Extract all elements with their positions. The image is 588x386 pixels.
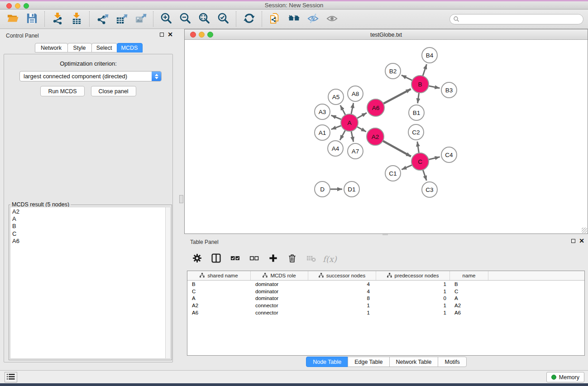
table-cell[interactable]: 4 [308, 289, 376, 294]
optimization-criterion-select[interactable]: largest connected component (directed) [19, 71, 162, 81]
table-cell[interactable]: B [450, 281, 488, 287]
table-cell[interactable]: dominator [251, 281, 308, 287]
tab-select[interactable]: Select [91, 43, 117, 52]
zoom-fit-button[interactable] [196, 11, 212, 27]
tab-edge-table[interactable]: Edge Table [348, 357, 389, 367]
table-row[interactable]: Adominator80A [187, 295, 584, 302]
graph-node-D[interactable]: D [315, 181, 330, 197]
table-cell[interactable]: C [187, 289, 251, 294]
graph-node-A2[interactable]: A2 [367, 128, 384, 145]
mcds-result-scrollbar[interactable] [165, 207, 171, 359]
mcds-result-item[interactable]: A [12, 215, 165, 223]
table-cell[interactable]: 1 [308, 303, 376, 308]
columns-button[interactable] [209, 252, 223, 266]
graph-node-B[interactable]: B [411, 76, 429, 93]
column-header-name[interactable]: name [450, 271, 488, 280]
graph-node-B3[interactable]: B3 [441, 82, 457, 98]
graph-node-C[interactable]: C [411, 153, 429, 170]
gear-button[interactable] [190, 252, 204, 266]
table-cell[interactable]: A [187, 295, 251, 301]
table-cell[interactable]: A6 [450, 310, 488, 315]
graph-node-C4[interactable]: C4 [441, 147, 457, 162]
table-cell[interactable]: connector [251, 310, 308, 315]
table-cell[interactable]: A [450, 295, 488, 301]
table-cell[interactable]: B [187, 281, 251, 287]
graph-node-A[interactable]: A [341, 114, 358, 131]
graph-node-A3[interactable]: A3 [315, 104, 330, 119]
mcds-result-item[interactable]: A6 [12, 238, 165, 245]
tab-node-table[interactable]: Node Table [306, 357, 348, 367]
vertical-splitter-grip[interactable] [179, 195, 183, 203]
unselect-all-button[interactable] [247, 252, 261, 266]
save-session-button[interactable] [24, 11, 40, 27]
table-cell[interactable]: A2 [187, 303, 251, 308]
table-cell[interactable]: dominator [251, 289, 308, 294]
table-panel-close-button[interactable]: ✕ [579, 238, 584, 243]
control-panel-float-button[interactable] [160, 33, 164, 37]
table-row[interactable]: A6connector11A6 [187, 309, 584, 316]
table-cell[interactable]: 0 [376, 295, 450, 301]
table-cell[interactable]: 8 [308, 295, 376, 301]
column-header-MCDS-role[interactable]: MCDS role [251, 271, 308, 280]
table-cell[interactable]: A6 [187, 310, 251, 315]
show-all-button[interactable] [324, 11, 340, 27]
tab-motifs[interactable]: Motifs [438, 357, 466, 367]
export-network-button[interactable] [94, 11, 110, 27]
graph-node-A8[interactable]: A8 [348, 86, 363, 101]
table-row[interactable]: A2connector11A2 [187, 302, 584, 309]
graph-node-B4[interactable]: B4 [422, 48, 437, 63]
hide-selected-button[interactable] [305, 11, 321, 27]
clone-network-button[interactable] [267, 11, 283, 27]
column-header-predecessor-nodes[interactable]: predecessor nodes [376, 271, 450, 280]
tab-style[interactable]: Style [67, 43, 92, 52]
tab-network-table[interactable]: Network Table [389, 357, 439, 367]
table-cell[interactable]: 1 [376, 303, 450, 308]
column-header-successor-nodes[interactable]: successor nodes [308, 271, 376, 280]
open-file-button[interactable] [5, 11, 21, 27]
delete-row-button[interactable] [285, 252, 299, 266]
graph-node-B2[interactable]: B2 [385, 63, 401, 79]
add-row-button[interactable] [266, 252, 280, 266]
mcds-result-item[interactable]: A2 [12, 208, 165, 215]
column-header-shared-name[interactable]: shared name [187, 271, 251, 280]
table-cell[interactable]: connector [251, 303, 308, 308]
network-canvas[interactable]: AA6A2BCA5A8A3A1A4A7B4B2B3B1C2C4C1C3DD1 [185, 40, 588, 234]
table-panel-float-button[interactable] [571, 239, 575, 243]
table-cell[interactable]: 1 [376, 310, 450, 315]
zoom-in-button[interactable] [158, 11, 174, 27]
table-cell[interactable]: 1 [376, 281, 450, 287]
control-panel-close-button[interactable]: ✕ [167, 32, 173, 37]
memory-button[interactable]: Memory [546, 372, 584, 382]
export-image-button[interactable] [132, 11, 148, 27]
home-button[interactable] [286, 11, 302, 27]
table-row[interactable]: Cdominator41C [187, 288, 584, 295]
select-all-button[interactable] [228, 252, 242, 266]
table-cell[interactable]: dominator [251, 295, 308, 301]
tab-network[interactable]: Network [35, 43, 68, 52]
table-cell[interactable]: 1 [308, 310, 376, 315]
resize-grip-icon[interactable] [582, 228, 587, 233]
table-cell[interactable]: 4 [308, 281, 376, 287]
tab-mcds[interactable]: MCDS [117, 43, 143, 52]
table-cell[interactable]: 1 [376, 289, 450, 294]
graph-node-A5[interactable]: A5 [328, 89, 344, 105]
task-history-button[interactable] [5, 372, 17, 382]
graph-node-A6[interactable]: A6 [367, 99, 384, 116]
graph-node-D1[interactable]: D1 [344, 181, 359, 197]
export-table-button[interactable] [113, 11, 129, 27]
table-cell[interactable]: C [450, 289, 488, 294]
graph-node-C3[interactable]: C3 [422, 182, 437, 197]
graph-node-B1[interactable]: B1 [409, 105, 424, 120]
zoom-selected-button[interactable] [215, 11, 231, 27]
import-table-button[interactable] [68, 11, 85, 27]
graph-node-A7[interactable]: A7 [348, 143, 363, 159]
search-input[interactable] [449, 14, 583, 24]
refresh-network-button[interactable] [241, 11, 257, 27]
table-cell[interactable]: A2 [450, 303, 488, 308]
graph-node-C1[interactable]: C1 [385, 166, 401, 181]
graph-node-A4[interactable]: A4 [328, 141, 343, 156]
graph-node-A1[interactable]: A1 [315, 125, 330, 140]
table-row[interactable]: Bdominator41B [187, 281, 584, 288]
graph-node-C2[interactable]: C2 [408, 124, 424, 140]
run-mcds-button[interactable]: Run MCDS [40, 86, 84, 96]
